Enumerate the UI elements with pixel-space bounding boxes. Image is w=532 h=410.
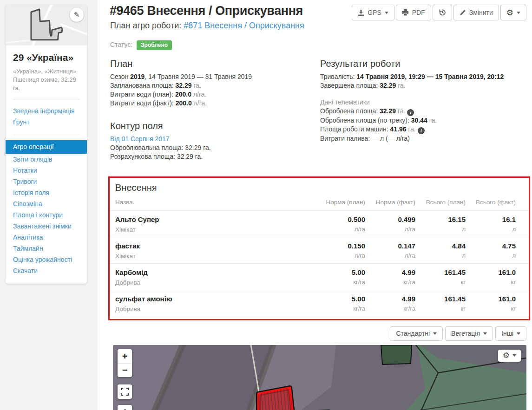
fullscreen-control [118,384,132,399]
telematics-row: Площа роботи машин: 41.96 га.i [320,125,530,134]
satellite-map[interactable]: + − ⚙ [113,345,526,410]
sidebar-nav-item[interactable]: Нотатки [6,165,87,176]
results-heading: Результати роботи [320,58,530,69]
download-icon [358,9,364,16]
edit-button[interactable]: Змінити [453,5,499,20]
table-header-row: Назва Норма (план) Норма (факт) Всього (… [110,195,529,211]
printer-icon [402,9,409,16]
telematics-row: Оброблена площа (по треку): 30.44 га. [320,116,530,125]
sidebar-nav-item[interactable]: Таймлайн [6,243,87,254]
sidebar-link[interactable]: Зведена інформація [13,105,79,117]
fuel-line: Витрати палива: — л (— л/га) [320,134,530,143]
field-thumbnail-map[interactable]: ✎ [6,5,87,46]
zoom-control: + − [118,349,132,377]
main-content: #9465 Внесення / Оприскування План агро … [98,0,532,410]
sidebar-nav-item[interactable]: Аналітика [6,232,87,243]
table-row: фастакХімікат 0.150л/га 0.147л/га 4.84л … [110,237,529,264]
pencil-icon: ✎ [74,11,80,19]
column-rate-plan: Норма (план) [315,195,365,211]
map-layer-toolbar: Стандартні Вегетація Інші [108,326,526,341]
chevron-down-icon [385,12,388,14]
history-button[interactable] [433,5,452,20]
sidebar-nav-item[interactable]: Сівозміна [6,198,87,209]
settings-button[interactable]: ⚙ [500,5,526,20]
contour-line: Оброблювальна площа: 32.29 га. [110,143,320,152]
map-scene [113,345,526,410]
action-toolbar: GPS PDF Змінити ⚙ [352,4,530,20]
status-row: Статус: Зроблено [110,41,530,48]
applications-table: Назва Норма (план) Норма (факт) Всього (… [110,195,529,316]
draw-control [118,405,132,410]
edit-contour-button[interactable]: ✎ [70,8,84,22]
page-title: #9465 Внесення / Оприскування [110,4,304,18]
telematics-row: Оброблена площа: 32.29 га.i [320,107,530,116]
field-groups: «Україна», «Житниця» [13,67,79,76]
chevron-down-icon [517,12,520,14]
plan-row: Запланована площа: 32.29 га. [110,81,320,90]
plan-rows: Запланована площа: 32.29 га. Витрати вод… [110,81,320,108]
field-title: 29 «Україна» [13,52,79,63]
table-row: сульфат амоніюДобрива 5.00кг/га 4.99кг/г… [110,290,529,317]
field-crop-area: Пшениця озима, 32.29 га. [13,76,79,92]
divider [13,134,79,134]
duration-line: Тривалість: 14 Травня 2019, 19:29 — 15 Т… [320,72,530,81]
pdf-button[interactable]: PDF [396,5,431,20]
column-total-plan: Всього (план) [415,195,466,211]
info-icon[interactable]: i [407,109,414,116]
applications-section: Внесення Назва Норма (план) Норма (факт)… [108,176,530,320]
gps-download-button[interactable]: GPS [352,5,394,20]
fullscreen-icon [121,388,129,396]
contour-heading: Контур поля [110,120,320,131]
contour-line: Розрахункова площа: 32.29 га. [110,152,320,161]
table-row: КарбомідДобрива 5.00кг/га 4.99кг/га 161.… [110,264,529,290]
chevron-down-icon [433,332,437,335]
sidebar-link[interactable]: Ґрунт [13,117,79,128]
chevron-down-icon [517,332,520,335]
pencil-icon [460,9,466,16]
sidebar-nav-item[interactable]: Тривоги [6,176,87,187]
gear-icon: ⚙ [506,9,513,17]
sidebar-nav-item[interactable]: Площа і контури [6,209,87,221]
draw-polygon-button[interactable] [118,405,132,410]
plan-label: План агро роботи: [110,21,181,30]
telematics-label: Дані телематики [320,98,530,107]
sidebar-nav-item[interactable]: Історія поля [6,187,87,198]
other-layers-dropdown[interactable]: Інші [495,326,526,341]
plan-row: Витрати води (план): 200.0 л/га. [110,90,320,99]
sidebar-nav-item[interactable]: Завантажені знімки [6,221,87,232]
column-rate-fact: Норма (факт) [365,195,415,211]
zoom-out-button[interactable]: − [118,363,132,377]
chevron-down-icon [483,332,487,335]
sidebar-nav-item[interactable]: Звіти оглядів [6,154,87,165]
status-badge: Зроблено [137,40,172,50]
fullscreen-button[interactable] [118,384,132,398]
map-settings-button[interactable]: ⚙ [498,350,521,362]
sidebar-top-links: Зведена інформаціяҐрунт [13,105,79,128]
sidebar-nav-item[interactable]: Скачати [6,265,87,276]
info-icon[interactable]: i [418,127,425,134]
plan-reference: План агро роботи: #871 Внесення / Оприск… [110,21,304,31]
sidebar-nav-item[interactable]: Агро операції [6,140,87,154]
vegetation-dropdown[interactable]: Вегетація [445,326,493,341]
field-sidebar: ✎ 29 «Україна» «Україна», «Житниця» Пшен… [6,5,87,284]
sidebar-nav: Агро операціїЗвіти оглядівНотаткиТривоги… [6,140,87,276]
telematics-rows: Оброблена площа: 32.29 га.i Оброблена пл… [320,107,530,134]
column-total-fact: Всього (факт) [466,195,529,211]
standard-layers-dropdown[interactable]: Стандартні [390,326,443,341]
completed-area-line: Завершена площа: 32.29 га. [320,81,530,90]
column-name: Назва [110,195,315,211]
contour-date-link[interactable]: Від 01 Серпня 2017 [110,135,170,143]
status-label: Статус: [110,41,132,48]
applications-heading: Внесення [115,182,529,193]
history-icon [439,9,446,16]
plan-link[interactable]: #871 Внесення / Оприскування [184,21,304,30]
zoom-in-button[interactable]: + [118,349,132,363]
table-row: Альто СуперХімікат 0.500л/га 0.499л/га 1… [110,211,529,237]
divider [13,99,79,99]
plan-row: Витрати води (факт): 200.0 л/га. [110,99,320,108]
season-line: Сезон 2019, 14 Травня 2019 — 31 Травня 2… [110,72,320,81]
chevron-down-icon [512,354,516,357]
sidebar-nav-item[interactable]: Оцінка урожайності [6,254,87,265]
plan-heading: План [110,58,320,69]
gear-icon: ⚙ [503,351,510,359]
